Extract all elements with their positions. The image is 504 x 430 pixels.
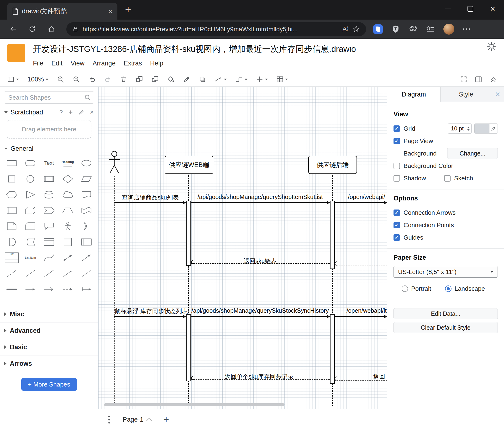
message-label[interactable]: /api/goods/shopManage/querySkuStockSyncH… bbox=[191, 307, 329, 314]
shape-callout[interactable] bbox=[40, 218, 58, 234]
to-front-button[interactable] bbox=[136, 76, 143, 83]
shape-hexagon[interactable] bbox=[2, 187, 21, 203]
tab-diagram[interactable]: Diagram bbox=[387, 87, 441, 102]
read-aloud-icon[interactable]: A) bbox=[342, 25, 348, 33]
shape-parallelogram[interactable] bbox=[77, 171, 96, 187]
message-arrow-api-sku-list[interactable] bbox=[190, 202, 330, 203]
shape-diamond[interactable] bbox=[58, 171, 77, 187]
shape-square[interactable] bbox=[2, 171, 21, 187]
scratchpad-help-icon[interactable]: ? bbox=[59, 109, 63, 116]
message-arrow-hover-stock-sync[interactable] bbox=[114, 316, 186, 317]
shape-note[interactable] bbox=[2, 218, 21, 234]
scratchpad-header[interactable]: Scratchpad ? + × bbox=[0, 106, 98, 119]
shape-list-item[interactable]: List Item bbox=[21, 250, 40, 266]
shape-triangle[interactable] bbox=[21, 187, 40, 203]
section-basic[interactable]: Basic bbox=[0, 339, 98, 355]
shape-heading[interactable]: Heading bbox=[58, 155, 77, 171]
profile-avatar[interactable] bbox=[443, 24, 454, 35]
waypoint-style-dropdown[interactable] bbox=[235, 76, 247, 83]
window-minimize-button[interactable] bbox=[437, 0, 459, 18]
message-label[interactable]: 返回sku链表 bbox=[244, 257, 277, 265]
collapse-toolbar-button[interactable] bbox=[490, 76, 497, 83]
redo-button[interactable] bbox=[104, 76, 111, 83]
back-icon[interactable] bbox=[9, 25, 17, 33]
shape-bidirectional-arrow[interactable] bbox=[58, 250, 77, 266]
shadow-checkbox[interactable] bbox=[394, 175, 400, 182]
grid-size-stepper[interactable] bbox=[466, 124, 471, 133]
grid-size-input[interactable]: 10 pt bbox=[448, 123, 472, 133]
zoom-out-button[interactable] bbox=[73, 76, 80, 83]
grid-color-button[interactable] bbox=[474, 123, 498, 133]
message-label[interactable]: /api/goods/shopManage/queryShopItemSkuLi… bbox=[197, 194, 323, 200]
menu-file[interactable]: File bbox=[33, 60, 44, 67]
shape-thin-line[interactable] bbox=[77, 266, 96, 281]
lifeline-box-web[interactable]: 供应链WEB端 bbox=[165, 156, 213, 174]
menu-edit[interactable]: Edit bbox=[52, 60, 63, 67]
shape-arrow-right[interactable] bbox=[21, 281, 40, 297]
shape-cube[interactable] bbox=[21, 203, 40, 218]
lifeline-box-backend[interactable]: 供应链后端 bbox=[308, 156, 357, 174]
clear-default-style-button[interactable]: Clear Default Style bbox=[394, 322, 498, 333]
shape-container[interactable] bbox=[40, 234, 58, 250]
shape-card[interactable] bbox=[21, 218, 40, 234]
message-label[interactable]: /open/webapi/ bbox=[348, 194, 385, 200]
paper-size-select[interactable]: US-Letter (8,5" x 11") bbox=[394, 266, 498, 278]
extension-blue-icon[interactable] bbox=[373, 24, 383, 34]
page-tab[interactable]: Page-1 bbox=[117, 412, 157, 427]
shape-text[interactable]: Text bbox=[40, 155, 58, 171]
activation-web-2[interactable] bbox=[186, 314, 191, 381]
shape-internal-storage[interactable] bbox=[2, 203, 21, 218]
shape-trapezoid[interactable] bbox=[58, 203, 77, 218]
scratchpad-add-icon[interactable]: + bbox=[69, 108, 73, 116]
shape-vertical-container[interactable] bbox=[58, 234, 77, 250]
shape-cylinder[interactable] bbox=[40, 187, 58, 203]
guides-checkbox[interactable]: ✓ bbox=[394, 234, 400, 241]
connection-style-dropdown[interactable] bbox=[215, 76, 227, 83]
favorite-star-icon[interactable] bbox=[353, 26, 360, 33]
zoom-level-dropdown[interactable]: 100% bbox=[27, 76, 48, 83]
favorites-bar-icon[interactable] bbox=[426, 25, 435, 33]
message-arrow-api-stock-sync-history[interactable] bbox=[190, 316, 330, 317]
fill-color-button[interactable] bbox=[167, 76, 174, 83]
connection-points-checkbox[interactable]: ✓ bbox=[394, 222, 400, 228]
shape-actor[interactable] bbox=[58, 218, 77, 234]
shape-rectangle[interactable] bbox=[2, 155, 21, 171]
actor-lifeline[interactable] bbox=[114, 176, 115, 406]
zoom-in-button[interactable] bbox=[57, 76, 64, 83]
section-advanced[interactable]: Advanced bbox=[0, 322, 98, 339]
horizontal-scrollbar[interactable] bbox=[104, 403, 284, 406]
shield-extension-icon[interactable] bbox=[391, 25, 400, 33]
message-label[interactable]: 鼠标悬浮 库存同步状态列表 bbox=[115, 307, 188, 315]
landscape-radio[interactable] bbox=[445, 285, 451, 292]
shape-process[interactable] bbox=[40, 171, 58, 187]
message-label[interactable]: 返回单个sku库存同步记录 bbox=[225, 373, 294, 381]
background-color-checkbox[interactable] bbox=[394, 163, 400, 169]
message-label[interactable]: /open/webapi/item bbox=[346, 307, 387, 314]
shape-dashed-arrow[interactable] bbox=[58, 281, 77, 297]
shape-link[interactable] bbox=[2, 281, 21, 297]
shape-document[interactable] bbox=[77, 187, 96, 203]
home-icon[interactable] bbox=[47, 25, 55, 33]
url-text[interactable]: https://file.kkview.cn/onlinePreview?url… bbox=[82, 26, 338, 33]
shape-and[interactable] bbox=[2, 234, 21, 250]
shape-open-arrow[interactable] bbox=[40, 281, 58, 297]
fullscreen-button[interactable] bbox=[460, 76, 467, 83]
tab-style[interactable]: Style bbox=[441, 87, 492, 102]
menu-view[interactable]: View bbox=[71, 60, 84, 67]
shape-dotted-line[interactable] bbox=[21, 266, 40, 281]
portrait-radio[interactable] bbox=[402, 285, 408, 292]
menu-help[interactable]: Help bbox=[150, 60, 163, 67]
shape-dimension-arrow[interactable] bbox=[77, 281, 96, 297]
browser-tab[interactable]: drawio文件预览 × bbox=[7, 3, 117, 19]
change-background-button[interactable]: Change... bbox=[447, 148, 498, 159]
shape-arrow[interactable] bbox=[77, 250, 96, 266]
pages-menu-icon[interactable] bbox=[108, 416, 110, 424]
insert-dropdown[interactable] bbox=[256, 76, 268, 83]
connection-arrows-checkbox[interactable]: ✓ bbox=[394, 209, 400, 216]
shape-or[interactable] bbox=[77, 218, 96, 234]
section-general[interactable]: General bbox=[0, 142, 98, 155]
menu-extras[interactable]: Extras bbox=[124, 60, 142, 67]
message-arrow-open-webapi-1[interactable] bbox=[334, 202, 387, 203]
shape-directional-arrow[interactable] bbox=[58, 266, 77, 281]
delete-button[interactable] bbox=[120, 76, 127, 83]
